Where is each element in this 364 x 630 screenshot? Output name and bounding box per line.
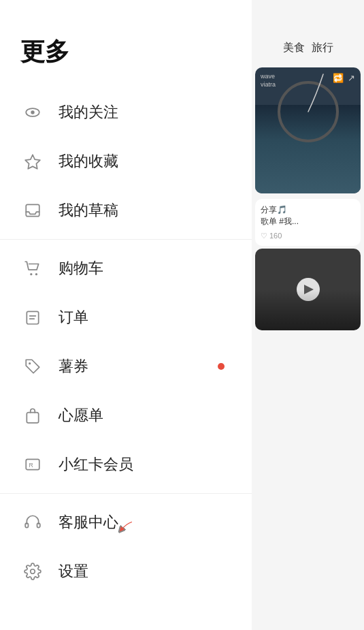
like-count: 160 — [269, 232, 282, 240]
svg-point-9 — [29, 362, 31, 364]
svg-text:R: R — [29, 462, 33, 469]
sidebar-item-my-favorites[interactable]: 我的收藏 — [0, 137, 252, 186]
card-video-gradient — [255, 289, 361, 330]
sidebar-item-wishlist[interactable]: 心愿单 — [0, 391, 252, 440]
sidebar-item-label: 客服中心 — [59, 512, 118, 533]
bag-icon — [20, 403, 45, 428]
right-panel: 美食 旅行 waveviatra 🔁 ↗ 分享🎵 歌单 #我... ♡ 160 — [252, 0, 364, 630]
eye-icon — [20, 100, 45, 125]
sidebar-item-my-drafts[interactable]: 我的草稿 — [0, 186, 252, 235]
sidebar-item-my-following[interactable]: 我的关注 — [0, 88, 252, 137]
sidebar-item-membership[interactable]: R 小红卡会员 — [0, 440, 252, 489]
sidebar-item-label: 我的关注 — [59, 102, 118, 123]
menu-panel: 更多 我的关注 我的收藏 我的草稿 — [0, 0, 252, 630]
sidebar-item-label: 订单 — [59, 307, 88, 328]
card-likes: ♡ 160 — [261, 232, 355, 240]
card-share-line2: 歌单 #我... — [261, 216, 355, 227]
sidebar-item-label: 我的草稿 — [59, 200, 118, 221]
coupon-badge — [218, 363, 225, 370]
card-share-line1: 分享🎵 — [261, 204, 355, 216]
sidebar-item-label: 薯券 — [59, 356, 88, 377]
card-video[interactable] — [255, 249, 361, 330]
headset-icon — [20, 510, 45, 535]
gear-icon — [20, 559, 45, 584]
svg-marker-2 — [25, 155, 40, 169]
svg-point-15 — [31, 569, 35, 574]
svg-point-1 — [31, 110, 34, 114]
svg-rect-10 — [27, 413, 38, 423]
sidebar-item-label: 购物车 — [59, 258, 103, 279]
divider — [0, 239, 252, 240]
sidebar-item-shopping-cart[interactable]: 购物车 — [0, 244, 252, 293]
card-ocean[interactable]: waveviatra 🔁 ↗ — [255, 67, 361, 193]
sidebar-item-label: 小红卡会员 — [59, 454, 133, 475]
card-action-icons: 🔁 ↗ — [333, 73, 355, 83]
sidebar-item-label: 心愿单 — [59, 405, 103, 426]
card-wave-label: waveviatra — [261, 73, 276, 89]
card-music[interactable]: 分享🎵 歌单 #我... ♡ 160 — [255, 199, 361, 246]
redcard-icon: R — [20, 452, 45, 477]
clipboard-icon — [20, 305, 45, 330]
sidebar-item-settings[interactable]: 设置 — [0, 547, 252, 596]
sidebar-item-customer-service[interactable]: 客服中心 — [0, 498, 252, 547]
svg-rect-6 — [27, 311, 38, 324]
menu-title: 更多 — [0, 0, 252, 88]
sidebar-item-label: 我的收藏 — [59, 151, 118, 172]
divider — [0, 493, 252, 494]
tag-icon — [20, 354, 45, 379]
svg-point-5 — [35, 273, 37, 275]
sidebar-item-coupons[interactable]: 薯券 — [0, 342, 252, 391]
star-icon — [20, 149, 45, 174]
tab-food[interactable]: 美食 — [283, 41, 305, 55]
right-tabs: 美食 旅行 — [252, 0, 364, 62]
sidebar-item-orders[interactable]: 订单 — [0, 293, 252, 342]
inbox-icon — [20, 198, 45, 223]
sidebar-item-label: 设置 — [59, 561, 88, 582]
share-icon[interactable]: ↗ — [348, 73, 355, 83]
menu-list: 我的关注 我的收藏 我的草稿 购物车 — [0, 88, 252, 596]
svg-point-4 — [30, 273, 32, 275]
cart-icon — [20, 256, 45, 281]
heart-icon: ♡ — [261, 232, 267, 240]
tab-travel[interactable]: 旅行 — [312, 41, 333, 55]
card-music-text: 分享🎵 歌单 #我... — [261, 204, 355, 227]
loop-icon[interactable]: 🔁 — [333, 73, 344, 83]
